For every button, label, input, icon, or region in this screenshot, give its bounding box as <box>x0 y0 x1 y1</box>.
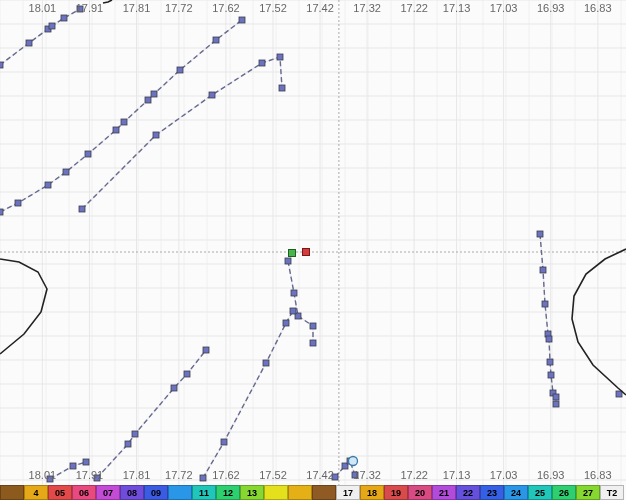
tick-top: 17.52 <box>259 2 287 14</box>
tick-bottom: 18.01 <box>29 469 57 481</box>
tick-bottom: 16.93 <box>537 469 565 481</box>
svg-rect-75 <box>113 127 119 133</box>
svg-rect-121 <box>616 391 622 397</box>
crosshair <box>0 0 626 485</box>
tick-top: 17.32 <box>353 2 381 14</box>
color-swatch[interactable] <box>312 485 336 500</box>
svg-rect-86 <box>277 54 283 60</box>
svg-rect-77 <box>145 97 151 103</box>
svg-rect-80 <box>213 37 219 43</box>
tick-bottom: 17.22 <box>400 469 428 481</box>
tick-top: 18.01 <box>29 2 57 14</box>
swatch-label: 4 <box>33 488 38 498</box>
swatch-label: 17 <box>343 488 353 498</box>
tick-bottom: 17.42 <box>306 469 334 481</box>
color-swatch[interactable]: 24 <box>504 485 528 500</box>
svg-rect-95 <box>83 459 89 465</box>
tick-bottom: 17.13 <box>443 469 471 481</box>
color-swatch[interactable] <box>0 485 24 500</box>
color-swatch[interactable]: 07 <box>96 485 120 500</box>
svg-rect-65 <box>26 40 32 46</box>
svg-rect-79 <box>177 67 183 73</box>
svg-rect-74 <box>85 151 91 157</box>
color-swatch[interactable]: 11 <box>192 485 216 500</box>
swatch-label: 05 <box>55 488 65 498</box>
svg-rect-64 <box>0 62 3 68</box>
swatch-label: 23 <box>487 488 497 498</box>
swatch-label: 19 <box>391 488 401 498</box>
swatch-label: 09 <box>151 488 161 498</box>
svg-rect-122 <box>289 250 296 257</box>
color-swatch[interactable] <box>168 485 192 500</box>
grid <box>0 0 626 485</box>
color-swatch[interactable]: 25 <box>528 485 552 500</box>
swatch-label: 12 <box>223 488 233 498</box>
color-swatch[interactable]: 17 <box>336 485 360 500</box>
color-swatch[interactable]: 12 <box>216 485 240 500</box>
axis-ticks-bottom: 18.0117.9117.8117.7217.6217.5217.4217.32… <box>0 469 626 483</box>
plot-svg <box>0 0 626 500</box>
svg-rect-103 <box>221 439 227 445</box>
color-swatch[interactable] <box>288 485 312 500</box>
color-swatch[interactable]: 13 <box>240 485 264 500</box>
svg-rect-85 <box>259 60 265 66</box>
tick-bottom: 17.91 <box>76 469 104 481</box>
tick-top: 17.62 <box>212 2 240 14</box>
color-swatch[interactable]: 06 <box>72 485 96 500</box>
swatch-label: 24 <box>511 488 521 498</box>
tick-bottom: 16.83 <box>584 469 612 481</box>
tick-bottom: 17.62 <box>212 469 240 481</box>
tick-top: 16.83 <box>584 2 612 14</box>
svg-rect-67 <box>49 23 55 29</box>
color-swatch[interactable]: T2 <box>600 485 624 500</box>
color-swatch[interactable]: 27 <box>576 485 600 500</box>
svg-rect-98 <box>132 431 138 437</box>
svg-rect-104 <box>263 360 269 366</box>
svg-rect-115 <box>546 336 552 342</box>
swatch-label: 18 <box>367 488 377 498</box>
swatch-label: 26 <box>559 488 569 498</box>
color-swatch[interactable] <box>264 485 288 500</box>
tick-top: 17.72 <box>165 2 193 14</box>
color-swatch[interactable]: 4 <box>24 485 48 500</box>
color-swatch[interactable]: 05 <box>48 485 72 500</box>
tick-bottom: 17.72 <box>165 469 193 481</box>
svg-rect-91 <box>310 323 316 329</box>
svg-rect-123 <box>303 249 310 256</box>
swatch-label: T2 <box>607 488 618 498</box>
svg-rect-101 <box>203 347 209 353</box>
swatch-label: 27 <box>583 488 593 498</box>
color-swatch[interactable]: 23 <box>480 485 504 500</box>
color-swatch[interactable]: 09 <box>144 485 168 500</box>
svg-rect-81 <box>239 17 245 23</box>
svg-rect-120 <box>553 401 559 407</box>
axis-ticks-top: 18.0117.9117.8117.7217.6217.5217.4217.32… <box>0 0 626 16</box>
svg-rect-99 <box>171 385 177 391</box>
color-swatch[interactable]: 08 <box>120 485 144 500</box>
color-swatch[interactable]: 18 <box>360 485 384 500</box>
color-swatch[interactable]: 20 <box>408 485 432 500</box>
tick-top: 17.22 <box>400 2 428 14</box>
color-swatch[interactable]: 26 <box>552 485 576 500</box>
swatch-label: 06 <box>79 488 89 498</box>
svg-rect-82 <box>79 206 85 212</box>
tick-bottom: 17.32 <box>353 469 381 481</box>
swatch-label: 11 <box>199 488 209 498</box>
swatch-label: 22 <box>463 488 473 498</box>
svg-rect-111 <box>537 231 543 237</box>
svg-rect-84 <box>209 92 215 98</box>
chart-canvas[interactable]: 18.0117.9117.8117.7217.6217.5217.4217.32… <box>0 0 626 500</box>
svg-rect-92 <box>310 340 316 346</box>
tick-top: 17.13 <box>443 2 471 14</box>
svg-rect-116 <box>547 359 553 365</box>
color-swatch[interactable]: 19 <box>384 485 408 500</box>
swatch-label: 21 <box>439 488 449 498</box>
tick-top: 17.81 <box>123 2 151 14</box>
color-swatch[interactable]: 22 <box>456 485 480 500</box>
color-swatch[interactable]: 21 <box>432 485 456 500</box>
tick-top: 16.93 <box>537 2 565 14</box>
swatch-label: 07 <box>103 488 113 498</box>
tick-top: 17.42 <box>306 2 334 14</box>
svg-rect-73 <box>63 169 69 175</box>
svg-rect-89 <box>291 290 297 296</box>
